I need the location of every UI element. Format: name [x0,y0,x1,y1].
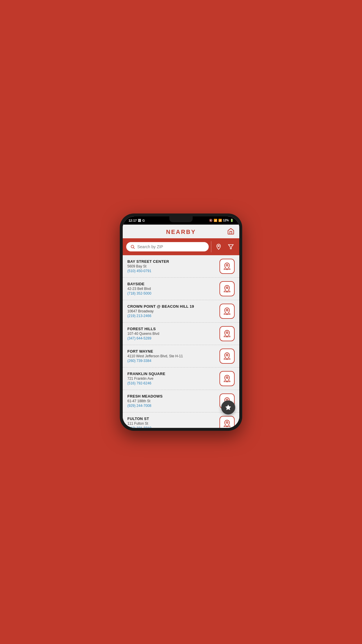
location-info: CROWN POINT @ BEACON HILL 19 10647 Broad… [127,304,216,318]
location-info: BAYSIDE 42-23 Bell Blvd (718) 352-5000 [127,282,216,295]
svg-point-11 [226,421,228,423]
map-button[interactable] [219,304,235,319]
location-address: 4110 West Jefferson Blvd, Ste H-11 [127,354,216,358]
location-info: FULTON ST 111 Fulton St (212) 321-3210 [127,416,216,428]
location-pin-button[interactable] [214,242,224,251]
list-item: FULTON ST 111 Fulton St (212) 321-3210 [123,412,239,428]
location-phone[interactable]: (718) 352-5000 [127,291,216,295]
location-name: FRESH MEADOWS [127,394,216,398]
search-input-wrapper [126,242,209,251]
location-info: FRANKLIN SQUARE 721 Franklin Ave (516) 7… [127,372,216,385]
list-item: FOREST HILLS 107-40 Queens Blvd (347) 64… [123,323,239,345]
location-name: FULTON ST [127,416,216,421]
location-name: FRANKLIN SQUARE [127,372,216,376]
location-address: 111 Fulton St [127,421,216,426]
app-content: NEARBY [123,225,239,428]
location-name: FOREST HILLS [127,327,216,331]
svg-point-0 [131,245,134,248]
search-icon [130,244,135,249]
svg-point-2 [218,245,219,246]
status-battery-icon: 🔋 [230,219,233,222]
app-header: NEARBY [123,225,239,238]
map-button[interactable] [219,281,235,296]
location-phone[interactable]: (347) 644-5289 [127,336,216,340]
map-button[interactable] [219,371,235,386]
location-name: BAYSIDE [127,282,216,286]
list-item: BAYSIDE 42-23 Bell Blvd (718) 352-5000 [123,278,239,300]
list-item: BAY STREET CENTER 5609 Bay St (510) 450-… [123,255,239,278]
home-button[interactable] [227,228,235,235]
svg-point-8 [226,354,228,356]
status-gallery-icon: 🖼 [138,219,141,222]
location-phone[interactable]: (219) 213-2466 [127,314,216,318]
location-phone[interactable]: (510) 450-0791 [127,269,216,273]
svg-marker-13 [226,405,231,410]
location-name: BAY STREET CENTER [127,259,216,264]
phone-screen: 12:17 🖼 G 🔇 📶 📶 12% 🔋 NEARBY [123,216,239,428]
page-title: NEARBY [166,229,196,235]
location-address: 10647 Broadway [127,309,216,313]
phone-notch [169,216,193,222]
list-item: FRANKLIN SQUARE 721 Franklin Ave (516) 7… [123,368,239,390]
list-item: CROWN POINT @ BEACON HILL 19 10647 Broad… [123,300,239,323]
status-time: 12:17 [129,219,137,222]
location-phone[interactable]: (929) 244-7008 [127,404,216,408]
location-address: 42-23 Bell Blvd [127,287,216,291]
location-phone[interactable]: (260) 739-3384 [127,359,216,363]
svg-point-7 [226,332,228,333]
filter-button[interactable] [226,242,236,251]
location-address: 5609 Bay St [127,264,216,268]
svg-marker-3 [229,244,233,249]
favorites-fab[interactable] [221,400,235,414]
location-list: BAY STREET CENTER 5609 Bay St (510) 450-… [123,255,239,428]
location-info: FOREST HILLS 107-40 Queens Blvd (347) 64… [127,327,216,340]
svg-point-5 [226,287,228,288]
status-g-icon: G [142,219,145,222]
map-button[interactable] [219,326,235,341]
svg-point-9 [226,377,228,378]
status-battery: 12% [223,219,229,222]
location-name: FORT WAYNE [127,349,216,354]
map-button[interactable] [219,416,235,428]
svg-line-1 [133,248,135,249]
svg-point-6 [226,309,228,311]
status-wifi-icon: 📶 [214,219,217,222]
search-area [123,238,239,255]
search-divider [211,241,211,252]
map-button[interactable] [219,259,235,274]
map-button[interactable] [219,349,235,364]
location-info: FRESH MEADOWS 61-47 188th St (929) 244-7… [127,394,216,408]
status-left: 12:17 🖼 G [129,219,145,222]
location-name: CROWN POINT @ BEACON HILL 19 [127,304,216,309]
status-mute-icon: 🔇 [209,219,212,222]
location-address: 107-40 Queens Blvd [127,332,216,336]
status-right: 🔇 📶 📶 12% 🔋 [209,219,233,222]
location-phone[interactable]: (516) 792-6246 [127,381,216,385]
location-address: 61-47 188th St [127,399,216,403]
location-phone[interactable]: (212) 321-3210 [127,426,216,428]
location-info: FORT WAYNE 4110 West Jefferson Blvd, Ste… [127,349,216,363]
search-input[interactable] [137,244,205,249]
location-address: 721 Franklin Ave [127,377,216,381]
phone-frame: 12:17 🖼 G 🔇 📶 📶 12% 🔋 NEARBY [120,214,242,431]
list-item: FORT WAYNE 4110 West Jefferson Blvd, Ste… [123,345,239,368]
status-signal-icon: 📶 [218,219,222,222]
svg-point-4 [226,264,228,266]
location-info: BAY STREET CENTER 5609 Bay St (510) 450-… [127,259,216,273]
